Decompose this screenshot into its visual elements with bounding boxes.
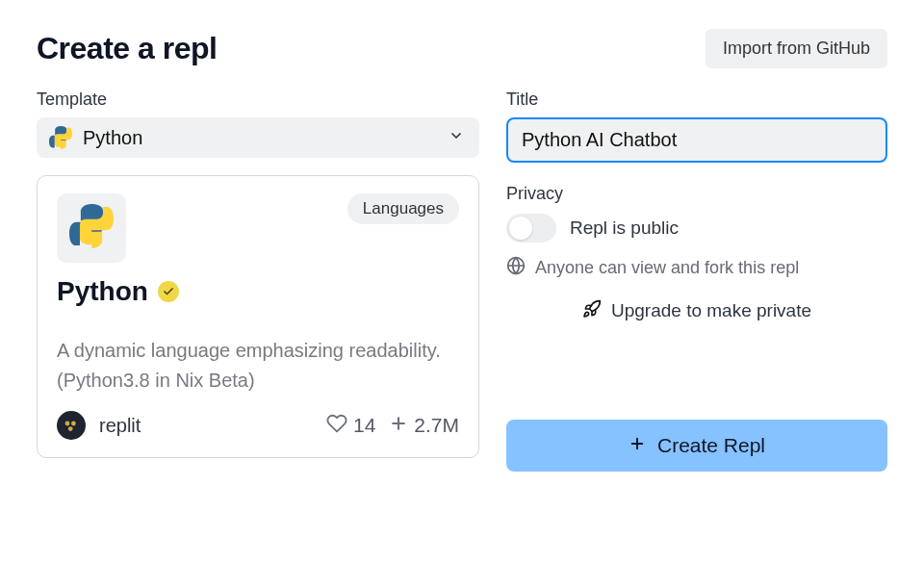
template-card: Languages Python A dynamic language emph… xyxy=(37,175,479,458)
chevron-down-icon xyxy=(449,128,464,147)
title-input[interactable] xyxy=(506,117,887,163)
heart-icon xyxy=(326,413,347,439)
rocket-icon xyxy=(582,299,602,322)
likes-stat: 14 xyxy=(326,413,375,439)
template-description: A dynamic language emphasizing readabili… xyxy=(57,336,459,396)
author-name: replit xyxy=(99,415,141,437)
create-repl-modal: Create a repl Import from GitHub Templat… xyxy=(0,0,924,563)
likes-count: 14 xyxy=(353,414,375,437)
title-field-label: Title xyxy=(506,90,887,110)
forks-count: 2.7M xyxy=(414,414,459,437)
privacy-toggle-row: Repl is public xyxy=(506,214,887,243)
page-title: Create a repl xyxy=(37,31,217,66)
stats-row: 14 2.7M xyxy=(326,413,459,439)
author-avatar xyxy=(57,411,86,440)
python-icon xyxy=(69,204,114,252)
create-button-label: Create Repl xyxy=(657,434,765,457)
privacy-field-label: Privacy xyxy=(506,184,887,204)
template-card-bottom: replit 14 2.7M xyxy=(57,411,459,440)
category-badge: Languages xyxy=(347,193,459,224)
author-row: replit xyxy=(57,411,141,440)
upgrade-link[interactable]: Upgrade to make private xyxy=(506,299,887,322)
modal-header: Create a repl Import from GitHub xyxy=(37,29,887,68)
privacy-toggle[interactable] xyxy=(506,214,556,243)
template-title-row: Python xyxy=(57,276,459,307)
upgrade-text: Upgrade to make private xyxy=(611,300,811,321)
privacy-hint-text: Anyone can view and fork this repl xyxy=(535,258,799,278)
forks-stat: 2.7M xyxy=(389,414,459,438)
globe-icon xyxy=(506,256,526,280)
plus-icon xyxy=(629,434,646,457)
template-column: Template Python xyxy=(37,90,479,472)
template-card-top: Languages xyxy=(57,193,459,263)
plus-icon xyxy=(389,414,408,438)
settings-column: Title Privacy Repl is public Anyone can … xyxy=(506,90,887,472)
columns: Template Python xyxy=(37,90,887,472)
python-icon xyxy=(48,125,73,150)
template-field-label: Template xyxy=(37,90,479,110)
template-selected-name: Python xyxy=(83,127,142,149)
privacy-section: Privacy Repl is public Anyone can view a… xyxy=(506,184,887,322)
template-select[interactable]: Python xyxy=(37,117,479,158)
import-from-github-button[interactable]: Import from GitHub xyxy=(706,29,887,68)
template-logo-box xyxy=(57,193,126,263)
template-select-left: Python xyxy=(48,125,142,150)
create-repl-button[interactable]: Create Repl xyxy=(506,420,887,472)
toggle-knob xyxy=(509,217,532,240)
privacy-toggle-label: Repl is public xyxy=(570,218,679,239)
verified-icon xyxy=(158,281,179,302)
privacy-hint-row: Anyone can view and fork this repl xyxy=(506,256,887,280)
template-name: Python xyxy=(57,276,148,307)
